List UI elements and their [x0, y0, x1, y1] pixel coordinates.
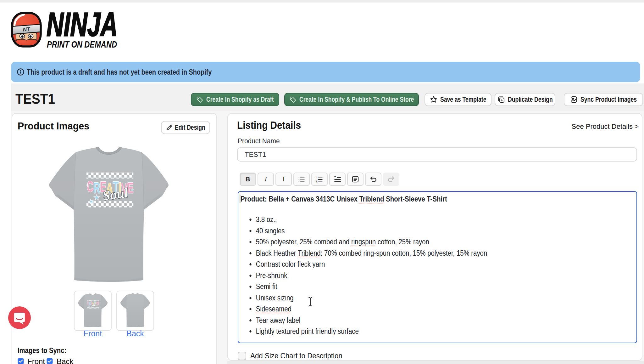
svg-text:I: I	[264, 175, 267, 183]
svg-text:B: B	[246, 175, 250, 183]
svg-text:NT: NT	[23, 26, 31, 33]
svg-text:T: T	[281, 175, 286, 183]
svg-text:3: 3	[316, 181, 317, 183]
svg-text:NINJA: NINJA	[47, 7, 118, 43]
svg-text:PRINT ON DEMAND: PRINT ON DEMAND	[47, 39, 117, 49]
